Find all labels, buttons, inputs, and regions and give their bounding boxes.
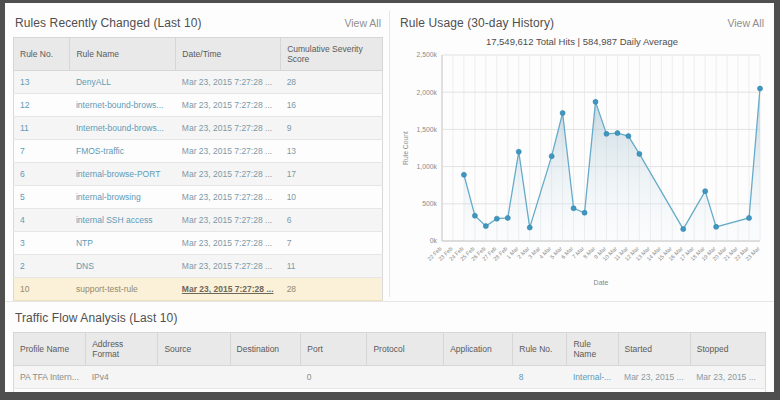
data-point-marker[interactable] [527,225,532,230]
data-point-marker[interactable] [549,154,554,159]
svg-text:0k: 0k [430,237,438,244]
usage-view-all-link[interactable]: View All [727,17,764,29]
rule-row[interactable]: 5internal-browsingMar 23, 2015 7:27:28 .… [14,186,383,209]
stopped-cell: Mar 20, 2015 ... [690,389,765,393]
severity-score-cell: 13 [281,140,383,163]
date-time-cell: Mar 23, 2015 7:27:28 ... [176,163,281,186]
traffic-row[interactable]: MichaelTest7IPv400Mar 19, 2015 ...Mar 20… [14,389,766,393]
column-header: Date/Time [176,38,281,71]
rules-panel-header: Rules Recently Changed (Last 10) View Al… [13,11,383,33]
date-time-cell: Mar 23, 2015 7:27:28 ... [176,186,281,209]
data-point-marker[interactable] [758,86,763,91]
rule-name-cell[interactable]: NTP [70,232,176,255]
rule-row[interactable]: 6internal-browse-PORTMar 23, 2015 7:27:2… [14,163,383,186]
address-format-cell: IPv4 [86,366,158,389]
column-header: Cumulative Severity Score [281,38,383,71]
dashboard: Rules Recently Changed (Last 10) View Al… [5,3,774,392]
rule-name-cell[interactable]: Internet-bound-brows... [70,117,176,140]
data-point-marker[interactable] [582,210,587,215]
rule-no-cell[interactable]: 0 [513,389,567,393]
data-point-marker[interactable] [703,189,708,194]
rule-no-cell[interactable]: 4 [14,209,70,232]
protocol-cell [367,389,444,393]
started-cell: Mar 23, 2015 ... [618,366,690,389]
application-cell [444,366,513,389]
rule-name-cell[interactable]: DNS [70,255,176,278]
rule-name-cell[interactable]: internal-browse-PORT [70,163,176,186]
data-point-marker[interactable] [560,111,565,116]
rule-no-cell[interactable]: 8 [513,366,567,389]
rule-no-cell[interactable]: 2 [14,255,70,278]
rule-no-cell[interactable]: 6 [14,163,70,186]
data-point-marker[interactable] [626,134,631,139]
column-header: Stopped [690,333,765,366]
data-point-marker[interactable] [747,215,752,220]
rule-name-cell[interactable]: FMOS-traffic [70,140,176,163]
data-point-marker[interactable] [593,99,598,104]
rule-name-cell[interactable]: internal-browsing [70,186,176,209]
window-frame: Rules Recently Changed (Last 10) View Al… [0,0,780,400]
stopped-cell: Mar 23, 2015 ... [690,366,765,389]
rules-table: Rule No.Rule NameDate/TimeCumulative Sev… [13,37,383,301]
severity-score-cell: 11 [281,255,383,278]
data-point-marker[interactable] [516,149,521,154]
column-header: Rule Name [567,333,618,366]
column-header: Port [301,333,367,366]
traffic-table-head: Profile NameAddress FormatSourceDestinat… [14,333,766,366]
rule-row[interactable]: 4internal SSH accessMar 23, 2015 7:27:28… [14,209,383,232]
rule-name-cell[interactable]: internal SSH access [70,209,176,232]
rules-view-all-link[interactable]: View All [344,17,381,29]
address-format-cell: IPv4 [86,389,158,393]
data-point-marker[interactable] [571,206,576,211]
rule-no-cell[interactable]: 5 [14,186,70,209]
data-point-marker[interactable] [681,227,686,232]
svg-text:1,500k: 1,500k [417,126,438,133]
date-time-cell: Mar 23, 2015 7:27:28 ... [176,117,281,140]
traffic-row[interactable]: PA TFA Intern...IPv408Internal-...Mar 23… [14,366,766,389]
rule-name-cell[interactable]: Internal-... [567,366,618,389]
date-time-cell[interactable]: Mar 23, 2015 7:27:28 ... [176,278,281,301]
top-row: Rules Recently Changed (Last 10) View Al… [13,11,766,297]
data-point-marker[interactable] [472,213,477,218]
rule-no-cell[interactable]: 3 [14,232,70,255]
destination-cell [230,389,301,393]
rule-row[interactable]: 3NTPMar 23, 2015 7:27:28 ...7 [14,232,383,255]
rule-row[interactable]: 13DenyALLMar 23, 2015 7:27:28 ...28 [14,71,383,94]
rule-row[interactable]: 10support-test-ruleMar 23, 2015 7:27:28 … [14,278,383,301]
rules-panel-title: Rules Recently Changed (Last 10) [15,16,202,30]
data-point-marker[interactable] [615,131,620,136]
severity-score-cell: 16 [281,94,383,117]
svg-text:2,500k: 2,500k [417,51,438,58]
severity-score-cell: 17 [281,163,383,186]
date-time-cell: Mar 23, 2015 7:27:28 ... [176,209,281,232]
svg-text:2,000k: 2,000k [417,89,438,96]
rule-no-cell[interactable]: 10 [14,278,70,301]
rule-no-cell[interactable]: 11 [14,117,70,140]
rule-no-cell[interactable]: 7 [14,140,70,163]
rule-row[interactable]: 12internet-bound-brows...Mar 23, 2015 7:… [14,94,383,117]
data-point-marker[interactable] [494,216,499,221]
column-header: Destination [230,333,301,366]
data-point-marker[interactable] [604,131,609,136]
svg-text:1,000k: 1,000k [417,163,438,170]
severity-score-cell: 28 [281,71,383,94]
severity-score-cell: 10 [281,186,383,209]
rule-row[interactable]: 2DNSMar 23, 2015 7:27:28 ...11 [14,255,383,278]
data-point-marker[interactable] [505,215,510,220]
data-point-marker[interactable] [483,224,488,229]
rule-no-cell[interactable]: 12 [14,94,70,117]
rule-row[interactable]: 7FMOS-trafficMar 23, 2015 7:27:28 ...13 [14,140,383,163]
data-point-marker[interactable] [637,151,642,156]
data-point-marker[interactable] [714,224,719,229]
rule-no-cell[interactable]: 13 [14,71,70,94]
column-header: Address Format [86,333,158,366]
rule-name-cell[interactable]: support-test-rule [70,278,176,301]
data-point-marker[interactable] [461,172,466,177]
profile-name-cell: MichaelTest7 [14,389,86,393]
x-axis-label: Date [594,279,609,286]
rule-name-cell[interactable]: internet-bound-brows... [70,94,176,117]
rule-name-cell[interactable] [567,389,618,393]
rule-name-cell[interactable]: DenyALL [70,71,176,94]
source-cell [158,366,230,389]
rule-row[interactable]: 11Internet-bound-brows...Mar 23, 2015 7:… [14,117,383,140]
